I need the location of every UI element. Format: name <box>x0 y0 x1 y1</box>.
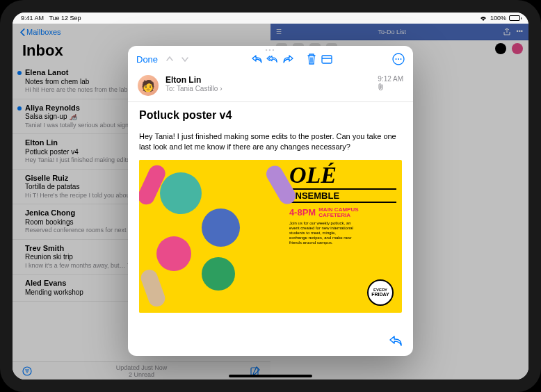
email-time: 9:12 AM <box>378 75 403 83</box>
color-pink[interactable] <box>512 43 523 54</box>
poster-title: OLÉ <box>289 165 396 186</box>
home-indicator[interactable] <box>229 375 312 377</box>
to-name[interactable]: Tania Castillo <box>177 85 218 92</box>
color-black[interactable] <box>495 43 506 54</box>
email-subject: Potluck poster v4 <box>139 109 402 122</box>
status-date: Tue 12 Sep <box>49 15 81 22</box>
modal-grip[interactable] <box>128 46 413 53</box>
wifi-icon <box>479 15 487 22</box>
prev-email-icon[interactable] <box>163 53 176 65</box>
every-friday-badge: EVERY FRIDAY <box>367 279 394 306</box>
status-time: 9:41 AM <box>21 15 44 22</box>
modal-toolbar: Done <box>128 53 413 70</box>
email-header: 🧑 Elton Lin To: Tania Castillo › 9:12 AM <box>128 70 413 102</box>
svg-rect-2 <box>322 56 332 63</box>
poster-loc2: CAFETERIA <box>318 213 358 218</box>
poster-attachment[interactable]: OLÉ ENSEMBLE 4-8PM MAIN CAMPUS CAFETERIA… <box>139 160 402 313</box>
next-email-icon[interactable] <box>179 53 191 65</box>
email-modal: Done <box>128 46 413 356</box>
done-button[interactable]: Done <box>136 54 158 65</box>
quick-reply-icon[interactable] <box>388 334 405 350</box>
back-label: Mailboxes <box>26 28 61 36</box>
battery-icon <box>509 15 520 21</box>
unread-dot-icon <box>17 106 22 111</box>
email-from[interactable]: Elton Lin <box>165 75 371 85</box>
notes-more-icon[interactable]: ••• <box>517 28 523 36</box>
notes-header: ☰ To-Do List ••• <box>270 24 528 40</box>
reply-icon[interactable] <box>251 53 264 65</box>
more-actions-icon[interactable] <box>392 53 405 65</box>
forward-icon[interactable] <box>282 53 294 65</box>
updated-label: Updated Just Now <box>13 364 270 371</box>
email-body[interactable]: Potluck poster v4 Hey Tania! I just fini… <box>128 102 413 356</box>
notes-menu-icon[interactable]: ☰ <box>276 28 282 35</box>
poster-subtitle: ENSEMBLE <box>289 188 396 203</box>
svg-point-6 <box>401 58 402 60</box>
filter-icon[interactable] <box>22 366 32 376</box>
poster-desc: Join us for our weekly potluck, an event… <box>289 221 353 246</box>
archive-icon[interactable] <box>321 53 333 65</box>
chevron-right-icon: › <box>220 85 222 92</box>
email-to[interactable]: To: Tania Castillo › <box>165 85 371 92</box>
mailboxes-back-button[interactable]: Mailboxes <box>13 24 270 40</box>
email-text: Hey Tania! I just finished making some e… <box>139 131 402 153</box>
notes-share-icon[interactable] <box>503 28 511 36</box>
notes-title: To-Do List <box>378 28 407 35</box>
trash-icon[interactable] <box>305 53 318 65</box>
unread-dot-icon <box>17 71 22 75</box>
reply-all-icon[interactable] <box>266 53 279 65</box>
svg-point-5 <box>398 58 399 60</box>
poster-time: 4-8PM <box>289 207 316 218</box>
battery-percent: 100% <box>490 15 506 22</box>
to-label: To: <box>165 85 175 92</box>
svg-point-4 <box>396 58 397 60</box>
avatar[interactable]: 🧑 <box>138 75 159 96</box>
status-bar: 9:41 AM Tue 12 Sep 100% <box>13 13 528 24</box>
badge-bottom: FRIDAY <box>371 292 389 297</box>
attachment-icon <box>378 83 403 91</box>
